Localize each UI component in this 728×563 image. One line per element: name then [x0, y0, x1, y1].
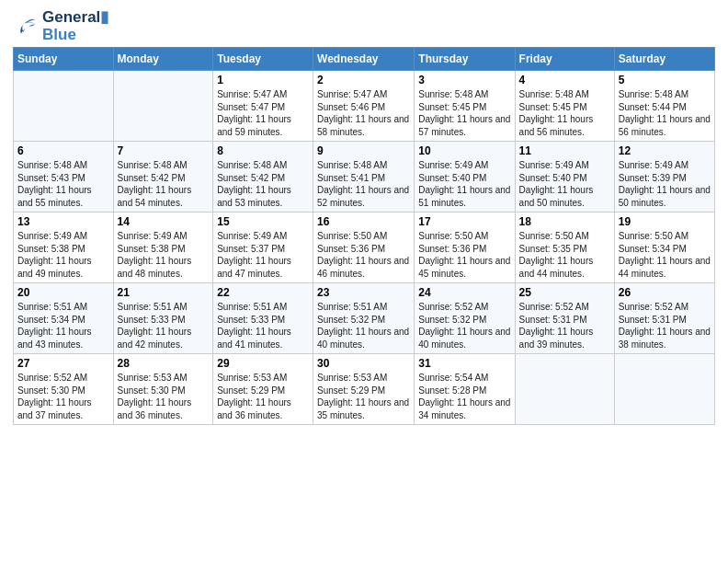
day-cell	[515, 354, 614, 425]
day-number: 30	[317, 357, 410, 370]
day-info: Sunrise: 5:49 AMSunset: 5:40 PMDaylight:…	[519, 159, 610, 209]
day-cell: 9Sunrise: 5:48 AMSunset: 5:41 PMDaylight…	[313, 142, 415, 213]
day-number: 9	[317, 144, 410, 157]
day-cell: 29Sunrise: 5:53 AMSunset: 5:29 PMDayligh…	[213, 354, 313, 425]
day-cell: 3Sunrise: 5:48 AMSunset: 5:45 PMDaylight…	[415, 71, 515, 142]
week-row-3: 13Sunrise: 5:49 AMSunset: 5:38 PMDayligh…	[14, 213, 715, 283]
day-info: Sunrise: 5:54 AMSunset: 5:28 PMDaylight:…	[418, 372, 510, 421]
day-number: 11	[519, 144, 610, 157]
day-number: 21	[118, 286, 210, 299]
day-cell: 8Sunrise: 5:48 AMSunset: 5:42 PMDaylight…	[213, 142, 313, 213]
header-row: General▮ Blue	[13, 9, 715, 43]
day-cell: 19Sunrise: 5:50 AMSunset: 5:34 PMDayligh…	[614, 213, 714, 283]
header-thursday: Thursday	[415, 48, 515, 71]
header-saturday: Saturday	[614, 48, 714, 71]
week-row-1: 1Sunrise: 5:47 AMSunset: 5:47 PMDaylight…	[14, 71, 715, 142]
week-row-4: 20Sunrise: 5:51 AMSunset: 5:34 PMDayligh…	[14, 283, 715, 354]
day-info: Sunrise: 5:53 AMSunset: 5:29 PMDaylight:…	[317, 372, 410, 421]
day-info: Sunrise: 5:49 AMSunset: 5:38 PMDaylight:…	[17, 230, 109, 280]
day-info: Sunrise: 5:48 AMSunset: 5:43 PMDaylight:…	[17, 159, 109, 209]
day-info: Sunrise: 5:47 AMSunset: 5:46 PMDaylight:…	[317, 88, 410, 138]
day-number: 22	[217, 286, 309, 299]
day-cell: 13Sunrise: 5:49 AMSunset: 5:38 PMDayligh…	[14, 213, 114, 283]
day-info: Sunrise: 5:50 AMSunset: 5:36 PMDaylight:…	[317, 230, 410, 280]
day-cell: 18Sunrise: 5:50 AMSunset: 5:35 PMDayligh…	[515, 213, 614, 283]
header-tuesday: Tuesday	[213, 48, 313, 71]
day-cell: 17Sunrise: 5:50 AMSunset: 5:36 PMDayligh…	[415, 213, 515, 283]
day-cell: 23Sunrise: 5:51 AMSunset: 5:32 PMDayligh…	[313, 283, 415, 354]
day-info: Sunrise: 5:52 AMSunset: 5:31 PMDaylight:…	[619, 301, 711, 350]
day-info: Sunrise: 5:48 AMSunset: 5:45 PMDaylight:…	[418, 88, 510, 138]
day-info: Sunrise: 5:51 AMSunset: 5:34 PMDaylight:…	[17, 301, 109, 350]
day-info: Sunrise: 5:48 AMSunset: 5:42 PMDaylight:…	[217, 159, 309, 209]
day-info: Sunrise: 5:50 AMSunset: 5:35 PMDaylight:…	[519, 230, 610, 280]
logo-text: General▮ Blue	[42, 9, 108, 43]
day-info: Sunrise: 5:48 AMSunset: 5:44 PMDaylight:…	[619, 88, 711, 138]
day-cell	[113, 71, 213, 142]
day-number: 28	[118, 357, 210, 370]
day-info: Sunrise: 5:53 AMSunset: 5:29 PMDaylight:…	[217, 372, 309, 421]
day-cell: 2Sunrise: 5:47 AMSunset: 5:46 PMDaylight…	[313, 71, 415, 142]
day-cell: 10Sunrise: 5:49 AMSunset: 5:40 PMDayligh…	[415, 142, 515, 213]
day-cell: 16Sunrise: 5:50 AMSunset: 5:36 PMDayligh…	[313, 213, 415, 283]
day-info: Sunrise: 5:49 AMSunset: 5:40 PMDaylight:…	[418, 159, 510, 209]
logo-icon	[13, 17, 39, 37]
day-info: Sunrise: 5:50 AMSunset: 5:34 PMDaylight:…	[619, 230, 711, 280]
day-info: Sunrise: 5:51 AMSunset: 5:33 PMDaylight:…	[118, 301, 210, 350]
day-number: 23	[317, 286, 410, 299]
day-number: 26	[619, 286, 711, 299]
day-info: Sunrise: 5:53 AMSunset: 5:30 PMDaylight:…	[118, 372, 210, 421]
day-cell: 31Sunrise: 5:54 AMSunset: 5:28 PMDayligh…	[415, 354, 515, 425]
day-info: Sunrise: 5:48 AMSunset: 5:45 PMDaylight:…	[519, 88, 610, 138]
day-number: 16	[317, 215, 410, 228]
week-row-5: 27Sunrise: 5:52 AMSunset: 5:30 PMDayligh…	[14, 354, 715, 425]
header-monday: Monday	[113, 48, 213, 71]
day-cell: 20Sunrise: 5:51 AMSunset: 5:34 PMDayligh…	[14, 283, 114, 354]
day-number: 25	[519, 286, 610, 299]
day-number: 31	[418, 357, 510, 370]
day-number: 2	[317, 74, 410, 86]
day-info: Sunrise: 5:48 AMSunset: 5:41 PMDaylight:…	[317, 159, 410, 209]
day-cell	[14, 71, 114, 142]
day-number: 18	[519, 215, 610, 228]
day-cell: 7Sunrise: 5:48 AMSunset: 5:42 PMDaylight…	[113, 142, 213, 213]
header-wednesday: Wednesday	[313, 48, 415, 71]
day-cell: 24Sunrise: 5:52 AMSunset: 5:32 PMDayligh…	[415, 283, 515, 354]
day-number: 17	[418, 215, 510, 228]
day-cell: 15Sunrise: 5:49 AMSunset: 5:37 PMDayligh…	[213, 213, 313, 283]
day-number: 27	[17, 357, 109, 370]
day-info: Sunrise: 5:48 AMSunset: 5:42 PMDaylight:…	[118, 159, 210, 209]
day-number: 24	[418, 286, 510, 299]
day-cell: 5Sunrise: 5:48 AMSunset: 5:44 PMDaylight…	[614, 71, 714, 142]
header-sunday: Sunday	[14, 48, 114, 71]
day-number: 13	[17, 215, 109, 228]
day-number: 7	[118, 144, 210, 157]
day-cell: 14Sunrise: 5:49 AMSunset: 5:38 PMDayligh…	[113, 213, 213, 283]
week-row-2: 6Sunrise: 5:48 AMSunset: 5:43 PMDaylight…	[14, 142, 715, 213]
day-number: 15	[217, 215, 309, 228]
logo: General▮ Blue	[13, 9, 108, 43]
header-row-days: SundayMondayTuesdayWednesdayThursdayFrid…	[14, 48, 715, 71]
day-info: Sunrise: 5:49 AMSunset: 5:39 PMDaylight:…	[619, 159, 711, 209]
day-number: 10	[418, 144, 510, 157]
day-number: 19	[619, 215, 711, 228]
day-cell: 21Sunrise: 5:51 AMSunset: 5:33 PMDayligh…	[113, 283, 213, 354]
day-cell	[614, 354, 714, 425]
day-number: 5	[619, 74, 711, 86]
day-cell: 1Sunrise: 5:47 AMSunset: 5:47 PMDaylight…	[213, 71, 313, 142]
day-cell: 6Sunrise: 5:48 AMSunset: 5:43 PMDaylight…	[14, 142, 114, 213]
day-cell: 27Sunrise: 5:52 AMSunset: 5:30 PMDayligh…	[14, 354, 114, 425]
day-cell: 11Sunrise: 5:49 AMSunset: 5:40 PMDayligh…	[515, 142, 614, 213]
day-info: Sunrise: 5:49 AMSunset: 5:37 PMDaylight:…	[217, 230, 309, 280]
page-container: General▮ Blue SundayMondayTuesdayWednesd…	[0, 0, 728, 431]
day-info: Sunrise: 5:49 AMSunset: 5:38 PMDaylight:…	[118, 230, 210, 280]
calendar-table: SundayMondayTuesdayWednesdayThursdayFrid…	[13, 47, 715, 425]
day-number: 6	[17, 144, 109, 157]
day-cell: 28Sunrise: 5:53 AMSunset: 5:30 PMDayligh…	[113, 354, 213, 425]
header-friday: Friday	[515, 48, 614, 71]
day-cell: 26Sunrise: 5:52 AMSunset: 5:31 PMDayligh…	[614, 283, 714, 354]
day-number: 29	[217, 357, 309, 370]
day-cell: 25Sunrise: 5:52 AMSunset: 5:31 PMDayligh…	[515, 283, 614, 354]
day-number: 20	[17, 286, 109, 299]
day-info: Sunrise: 5:50 AMSunset: 5:36 PMDaylight:…	[418, 230, 510, 280]
